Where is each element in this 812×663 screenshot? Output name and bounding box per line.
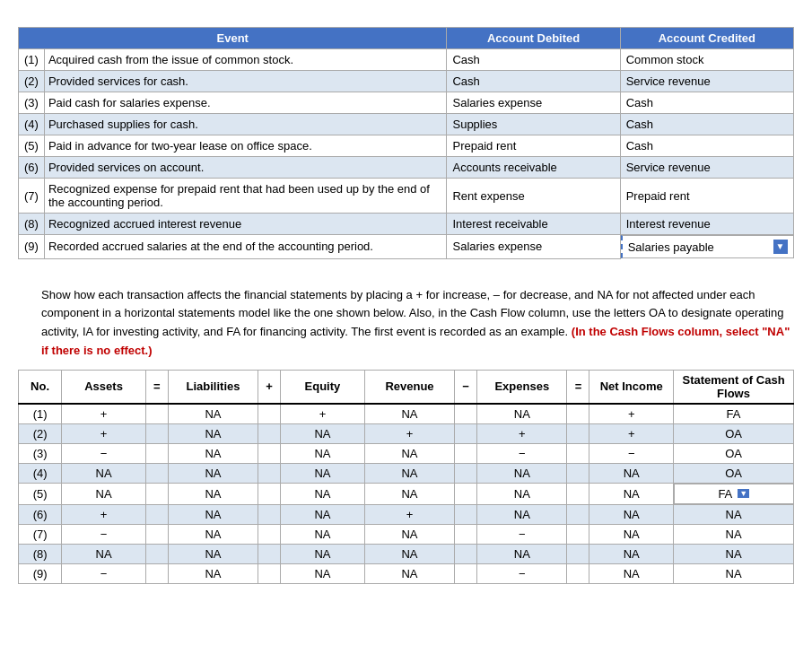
minus-cell <box>455 544 477 563</box>
plus-cell <box>258 463 281 483</box>
row-no: (6) <box>19 504 62 524</box>
dropdown-button[interactable]: ▼ <box>773 240 788 254</box>
revenue-cell[interactable]: + <box>364 504 454 524</box>
expenses-cell[interactable]: − <box>477 443 567 463</box>
expenses-cell[interactable]: NA <box>477 483 567 504</box>
scf-cell[interactable]: NA <box>674 524 794 544</box>
credit-cell[interactable]: Cash <box>620 114 793 135</box>
revenue-cell[interactable]: + <box>364 423 454 443</box>
liab-cell[interactable]: NA <box>168 504 258 524</box>
expenses-cell[interactable]: − <box>477 524 567 544</box>
liab-cell[interactable]: NA <box>168 443 258 463</box>
scf-cell[interactable]: OA <box>674 443 794 463</box>
net-income-cell[interactable]: NA <box>589 483 674 504</box>
liab-cell[interactable]: NA <box>168 423 258 443</box>
revenue-cell[interactable]: NA <box>364 443 454 463</box>
credit-cell[interactable]: Cash <box>620 92 793 114</box>
debit-cell[interactable]: Salaries expense <box>447 235 620 259</box>
minus-cell <box>455 563 477 583</box>
equity-cell[interactable]: + <box>281 404 365 424</box>
liab-cell[interactable]: NA <box>168 463 258 483</box>
equity-cell[interactable]: NA <box>281 524 365 544</box>
eq2-cell <box>567 544 589 563</box>
assets-cell[interactable]: − <box>62 443 146 463</box>
net-income-cell[interactable]: NA <box>589 463 674 483</box>
row-no: (5) <box>19 483 62 504</box>
assets-cell[interactable]: − <box>62 563 146 583</box>
revenue-cell[interactable]: NA <box>364 563 454 583</box>
minus-cell <box>455 404 477 424</box>
assets-cell[interactable]: NA <box>62 463 146 483</box>
col-header-assets: Assets <box>62 370 146 404</box>
credit-cell[interactable]: Service revenue <box>620 71 793 92</box>
row-no: (3) <box>19 443 62 463</box>
revenue-cell[interactable]: NA <box>364 524 454 544</box>
liab-cell[interactable]: NA <box>168 524 258 544</box>
debit-cell[interactable]: Rent expense <box>447 179 620 214</box>
net-income-cell[interactable]: NA <box>589 563 674 583</box>
liab-cell[interactable]: NA <box>168 563 258 583</box>
expenses-cell[interactable]: NA <box>477 463 567 483</box>
expenses-cell[interactable]: NA <box>477 504 567 524</box>
revenue-cell[interactable]: NA <box>364 544 454 563</box>
expenses-cell[interactable]: − <box>477 563 567 583</box>
credit-cell[interactable]: Cash <box>620 135 793 157</box>
row-no: (7) <box>19 524 62 544</box>
expenses-cell[interactable]: NA <box>477 404 567 424</box>
scf-cell[interactable]: NA <box>674 544 794 563</box>
expenses-cell[interactable]: NA <box>477 544 567 563</box>
assets-cell[interactable]: + <box>62 504 146 524</box>
scf-cell[interactable]: NA <box>674 504 794 524</box>
liab-cell[interactable]: NA <box>168 483 258 504</box>
credit-cell[interactable]: Common stock <box>620 49 793 71</box>
net-income-cell[interactable]: NA <box>589 504 674 524</box>
revenue-cell[interactable]: NA <box>364 483 454 504</box>
credit-cell[interactable]: Interest revenue <box>620 214 793 235</box>
net-income-cell[interactable]: − <box>589 443 674 463</box>
assets-cell[interactable]: NA <box>62 483 146 504</box>
debit-cell[interactable]: Interest receivable <box>447 214 620 235</box>
debit-cell[interactable]: Cash <box>447 71 620 92</box>
scf-cell[interactable]: FA▼ <box>674 484 793 504</box>
equity-cell[interactable]: NA <box>281 563 365 583</box>
scf-dropdown[interactable]: ▼ <box>738 489 749 498</box>
net-income-cell[interactable]: + <box>589 423 674 443</box>
assets-cell[interactable]: − <box>62 524 146 544</box>
equity-cell[interactable]: NA <box>281 463 365 483</box>
scf-cell[interactable]: OA <box>674 463 794 483</box>
scf-cell[interactable]: NA <box>674 563 794 583</box>
eq2-cell <box>567 563 589 583</box>
net-income-cell[interactable]: NA <box>589 544 674 563</box>
credit-cell[interactable]: Salaries payable▼ <box>621 235 794 258</box>
credit-cell[interactable]: Prepaid rent <box>620 179 793 214</box>
liab-cell[interactable]: NA <box>168 544 258 563</box>
equity-cell[interactable]: NA <box>281 483 365 504</box>
equity-cell[interactable]: NA <box>281 443 365 463</box>
equity-cell[interactable]: NA <box>281 423 365 443</box>
assets-cell[interactable]: + <box>62 404 146 424</box>
credit-cell[interactable]: Service revenue <box>620 157 793 179</box>
row-num: (9) <box>19 235 45 259</box>
debit-cell[interactable]: Cash <box>447 49 620 71</box>
col-header-minus: − <box>455 370 477 404</box>
scf-cell[interactable]: OA <box>674 423 794 443</box>
revenue-cell[interactable]: NA <box>364 463 454 483</box>
minus-cell <box>455 483 477 504</box>
col-header-scf: Statement of Cash Flows <box>674 370 794 404</box>
row-num: (5) <box>19 135 45 157</box>
debit-cell[interactable]: Prepaid rent <box>447 135 620 157</box>
liab-cell[interactable]: NA <box>168 404 258 424</box>
expenses-cell[interactable]: + <box>477 423 567 443</box>
debit-cell[interactable]: Salaries expense <box>447 92 620 114</box>
revenue-cell[interactable]: NA <box>364 404 454 424</box>
net-income-cell[interactable]: NA <box>589 524 674 544</box>
debit-cell[interactable]: Accounts receivable <box>447 157 620 179</box>
net-income-cell[interactable]: + <box>589 404 674 424</box>
col-header-plus: + <box>258 370 281 404</box>
assets-cell[interactable]: + <box>62 423 146 443</box>
equity-cell[interactable]: NA <box>281 544 365 563</box>
debit-cell[interactable]: Supplies <box>447 114 620 135</box>
assets-cell[interactable]: NA <box>62 544 146 563</box>
scf-cell[interactable]: FA <box>674 404 794 424</box>
equity-cell[interactable]: NA <box>281 504 365 524</box>
